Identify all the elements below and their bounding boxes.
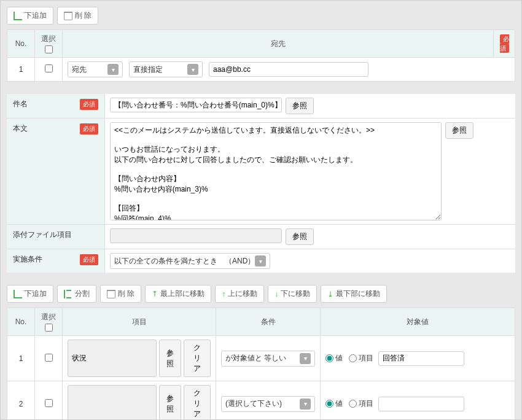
row-no: 1 [7, 58, 35, 82]
radio-item[interactable]: 項目 [349, 399, 373, 409]
col-to: 宛先 [63, 30, 494, 58]
cond-col-condition: 条件 [216, 308, 321, 336]
delete-button[interactable]: 削 除 [57, 7, 98, 25]
move-down-icon: ↓ [275, 290, 278, 298]
row-no: 2 [7, 381, 35, 421]
chevron-down-icon: ▾ [187, 64, 198, 75]
recipient-method-select[interactable]: 直接指定 ▾ [129, 61, 203, 77]
move-top-icon: ⤒ [152, 290, 158, 298]
split-icon [64, 290, 72, 298]
cond-col-target: 対象値 [321, 308, 515, 336]
recipient-type-select[interactable]: 宛先 ▾ [68, 61, 123, 77]
move-top-button[interactable]: ⤒最上部に移動 [145, 285, 211, 303]
condition-label: 実施条件 [13, 254, 42, 265]
cond-col-item: 項目 [63, 308, 216, 336]
item-browse-button[interactable]: 参照 [159, 385, 181, 420]
radio-item[interactable]: 項目 [349, 353, 373, 364]
split-button[interactable]: 分割 [57, 285, 96, 303]
form-section: 件名 必須 参照 本文 必須 参照 添付ファイル項目 [7, 94, 515, 273]
move-bottom-icon: ⤓ [327, 290, 333, 298]
move-up-button[interactable]: ↑上に移動 [215, 285, 264, 303]
condition-select[interactable]: (選択して下さい) ▾ [221, 396, 315, 412]
cond-add-below-button[interactable]: 下追加 [7, 285, 53, 303]
move-up-icon: ↑ [222, 290, 225, 298]
item-input[interactable] [68, 340, 157, 377]
item-browse-button[interactable]: 参照 [159, 340, 181, 377]
subject-label: 件名 [13, 99, 28, 109]
row-select-checkbox[interactable] [45, 64, 53, 72]
attachment-browse-button[interactable]: 参照 [286, 228, 314, 245]
trash-icon [64, 12, 72, 20]
trash-icon [107, 290, 115, 298]
add-below-label: 下追加 [25, 10, 47, 21]
chevron-down-icon: ▾ [300, 399, 311, 410]
row-select-checkbox[interactable] [45, 399, 53, 407]
row-no: 1 [7, 336, 35, 381]
subject-input[interactable] [110, 98, 282, 112]
add-icon [14, 290, 22, 298]
condition-toolbar: 下追加 分割 削 除 ⤒最上部に移動 ↑上に移動 ↓下に移動 ⤓最下部に移動 [7, 285, 515, 303]
recipient-table: No. 選択 宛先 必須 1 [7, 29, 515, 82]
radio-value[interactable]: 値 [325, 399, 343, 409]
cond-select-all-checkbox[interactable] [45, 324, 53, 332]
required-badge: 必須 [80, 123, 98, 134]
col-required: 必須 [494, 30, 515, 58]
body-textarea[interactable] [110, 122, 442, 220]
attachment-label: 添付ファイル項目 [13, 230, 72, 240]
required-badge: 必須 [500, 34, 509, 53]
condition-table: No. 選択 項目 条件 対象値 1 参照 [7, 308, 515, 420]
col-no: No. [7, 30, 35, 58]
cond-delete-button[interactable]: 削 除 [100, 285, 141, 303]
target-value-input[interactable] [378, 397, 464, 411]
chevron-down-icon: ▾ [255, 255, 266, 266]
select-all-checkbox[interactable] [45, 45, 53, 53]
cond-col-select: 選択 [35, 308, 63, 336]
move-bottom-button[interactable]: ⤓最下部に移動 [321, 285, 387, 303]
required-badge: 必須 [80, 254, 98, 265]
condition-select[interactable]: が対象値と 等しい ▾ [221, 351, 315, 367]
required-badge: 必須 [80, 99, 98, 110]
body-label: 本文 [13, 123, 28, 134]
add-below-button[interactable]: 下追加 [7, 7, 53, 25]
move-down-button[interactable]: ↓下に移動 [268, 285, 317, 303]
chevron-down-icon: ▾ [107, 64, 119, 75]
item-clear-button[interactable]: クリア [184, 340, 211, 377]
attachment-input[interactable] [110, 228, 282, 243]
recipient-address-input[interactable] [209, 62, 368, 77]
subject-browse-button[interactable]: 参照 [286, 98, 314, 114]
table-row: 1 参照 クリア が対象値と 等しい ▾ [7, 336, 515, 381]
table-row: 2 参照 クリア (選択して下さい) ▾ [7, 381, 515, 421]
item-input[interactable] [68, 385, 157, 420]
body-browse-button[interactable]: 参照 [445, 122, 473, 139]
recipient-toolbar: 下追加 削 除 [7, 7, 515, 25]
cond-col-no: No. [7, 308, 35, 336]
item-clear-button[interactable]: クリア [184, 385, 211, 420]
target-value-input[interactable] [378, 351, 464, 366]
row-select-checkbox[interactable] [45, 354, 53, 362]
chevron-down-icon: ▾ [300, 353, 311, 364]
radio-value[interactable]: 値 [325, 353, 343, 364]
table-row: 1 宛先 ▾ 直接指定 ▾ [7, 58, 515, 82]
delete-label: 削 除 [75, 10, 92, 21]
col-select: 選択 [35, 30, 63, 58]
condition-mode-select[interactable]: 以下の全ての条件を満たすとき （AND） ▾ [110, 253, 270, 269]
add-icon [14, 12, 22, 20]
